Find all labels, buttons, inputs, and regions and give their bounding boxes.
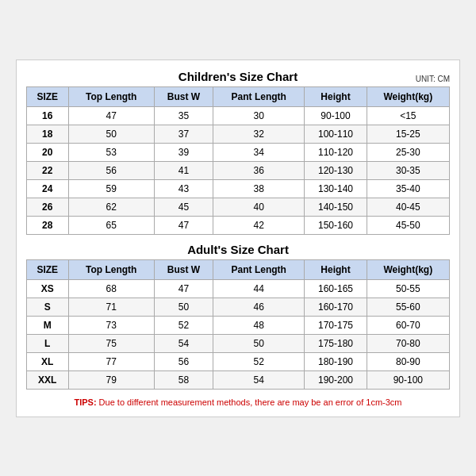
size-chart-container: Children's Size Chart UNIT: CM SIZE Top …: [16, 60, 460, 417]
table-row: 1647353090-100<15: [27, 106, 450, 125]
table-cell: 48: [213, 316, 304, 334]
adults-chart-title: Adult's Size Chart: [187, 243, 289, 256]
table-cell: XS: [27, 279, 69, 298]
table-cell: 71: [68, 298, 154, 316]
table-cell: 35-40: [367, 179, 449, 198]
adults-col-weight: Weight(kg): [367, 259, 449, 279]
table-row: M735248170-17560-70: [27, 316, 450, 334]
table-cell: 32: [213, 125, 304, 143]
table-cell: 50: [68, 125, 154, 143]
table-cell: 46: [213, 298, 304, 316]
table-cell: 59: [68, 179, 154, 198]
table-cell: 60-70: [367, 316, 449, 334]
children-col-toplength: Top Length: [68, 86, 154, 106]
table-row: S715046160-17055-60: [27, 298, 450, 316]
table-cell: 43: [154, 179, 213, 198]
table-cell: 34: [213, 143, 304, 161]
table-cell: 39: [154, 143, 213, 161]
table-cell: 68: [68, 279, 154, 298]
tips-text: Due to different measurement methods, th…: [97, 397, 402, 407]
table-cell: S: [27, 298, 69, 316]
table-row: 28654742150-16045-50: [27, 216, 450, 234]
adults-col-toplength: Top Length: [68, 259, 154, 279]
table-cell: 47: [68, 106, 154, 125]
children-chart-section: Children's Size Chart UNIT: CM SIZE Top …: [26, 70, 450, 235]
table-cell: M: [27, 316, 69, 334]
table-cell: 45: [154, 198, 213, 216]
table-cell: 45-50: [367, 216, 449, 234]
table-cell: 50-55: [367, 279, 449, 298]
table-cell: 55-60: [367, 298, 449, 316]
adults-header-row: SIZE Top Length Bust W Pant Length Heigh…: [27, 259, 450, 279]
table-cell: 40: [213, 198, 304, 216]
table-cell: 65: [68, 216, 154, 234]
table-cell: <15: [367, 106, 449, 125]
tips-row: TIPS: Due to different measurement metho…: [26, 397, 450, 407]
table-cell: 20: [27, 143, 69, 161]
table-row: 26624540140-15040-45: [27, 198, 450, 216]
adults-title-row: Adult's Size Chart: [26, 243, 450, 256]
table-cell: 54: [213, 370, 304, 389]
table-cell: 40-45: [367, 198, 449, 216]
table-cell: 80-90: [367, 352, 449, 370]
table-cell: XXL: [27, 370, 69, 389]
children-col-pantlength: Pant Length: [213, 86, 304, 106]
table-cell: 16: [27, 106, 69, 125]
table-cell: 73: [68, 316, 154, 334]
adults-table: SIZE Top Length Bust W Pant Length Heigh…: [26, 259, 450, 390]
children-title-row: Children's Size Chart UNIT: CM: [26, 70, 450, 83]
table-cell: 22: [27, 161, 69, 179]
table-cell: 70-80: [367, 334, 449, 352]
table-cell: 100-110: [305, 125, 367, 143]
tips-label: TIPS:: [74, 397, 96, 407]
table-cell: L: [27, 334, 69, 352]
table-cell: 75: [68, 334, 154, 352]
table-cell: 175-180: [305, 334, 367, 352]
table-cell: 150-160: [305, 216, 367, 234]
table-cell: XL: [27, 352, 69, 370]
adults-col-pantlength: Pant Length: [213, 259, 304, 279]
table-cell: 54: [154, 334, 213, 352]
table-cell: 52: [154, 316, 213, 334]
table-cell: 53: [68, 143, 154, 161]
table-cell: 180-190: [305, 352, 367, 370]
adults-col-height: Height: [305, 259, 367, 279]
table-cell: 15-25: [367, 125, 449, 143]
table-row: 20533934110-12025-30: [27, 143, 450, 161]
table-row: 24594338130-14035-40: [27, 179, 450, 198]
table-cell: 26: [27, 198, 69, 216]
table-row: L755450175-18070-80: [27, 334, 450, 352]
table-cell: 47: [154, 279, 213, 298]
table-cell: 30: [213, 106, 304, 125]
table-cell: 56: [154, 352, 213, 370]
table-cell: 25-30: [367, 143, 449, 161]
table-cell: 160-170: [305, 298, 367, 316]
table-cell: 110-120: [305, 143, 367, 161]
table-cell: 140-150: [305, 198, 367, 216]
children-chart-title: Children's Size Chart: [178, 70, 298, 83]
table-cell: 38: [213, 179, 304, 198]
table-cell: 52: [213, 352, 304, 370]
table-cell: 130-140: [305, 179, 367, 198]
table-cell: 44: [213, 279, 304, 298]
table-cell: 170-175: [305, 316, 367, 334]
children-col-height: Height: [305, 86, 367, 106]
table-cell: 47: [154, 216, 213, 234]
table-cell: 90-100: [367, 370, 449, 389]
children-col-size: SIZE: [27, 86, 69, 106]
table-cell: 90-100: [305, 106, 367, 125]
table-cell: 30-35: [367, 161, 449, 179]
table-row: 22564136120-13030-35: [27, 161, 450, 179]
table-cell: 50: [154, 298, 213, 316]
table-cell: 62: [68, 198, 154, 216]
adults-col-size: SIZE: [27, 259, 69, 279]
table-cell: 120-130: [305, 161, 367, 179]
table-cell: 56: [68, 161, 154, 179]
adults-col-bustw: Bust W: [154, 259, 213, 279]
table-row: XXL795854190-20090-100: [27, 370, 450, 389]
table-row: 18503732100-11015-25: [27, 125, 450, 143]
children-col-weight: Weight(kg): [367, 86, 449, 106]
table-cell: 28: [27, 216, 69, 234]
adults-chart-section: Adult's Size Chart SIZE Top Length Bust …: [26, 243, 450, 390]
table-cell: 77: [68, 352, 154, 370]
